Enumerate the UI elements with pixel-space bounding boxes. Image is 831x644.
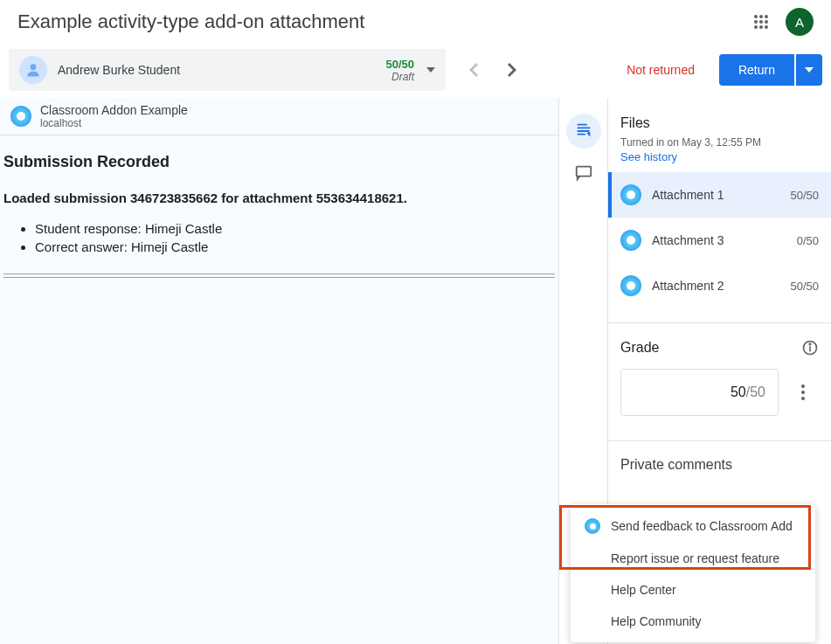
attachment-row[interactable]: Attachment 1 50/50 [608, 172, 831, 218]
svg-point-6 [754, 25, 758, 29]
tab-files[interactable] [566, 114, 601, 149]
addon-icon [585, 518, 600, 534]
attachment-list: Attachment 1 50/50 Attachment 3 0/50 Att… [608, 172, 831, 308]
divider [3, 277, 555, 278]
addon-title: Classroom Addon Example [40, 103, 188, 117]
svg-point-13 [809, 343, 811, 345]
tab-comments[interactable] [566, 156, 601, 190]
grade-title: Grade [620, 340, 659, 356]
student-selector[interactable]: Andrew Burke Student 50/50 Draft [9, 49, 446, 91]
svg-point-8 [765, 25, 768, 29]
svg-point-9 [31, 64, 37, 70]
attachment-row[interactable]: Attachment 2 50/50 [608, 263, 831, 308]
attachment-name: Attachment 3 [652, 233, 786, 247]
attachment-icon [620, 184, 641, 205]
popup-help-center[interactable]: Help Center [571, 574, 815, 606]
svg-point-16 [801, 397, 805, 400]
page-title: Example activity-type add-on attachment [17, 10, 364, 33]
svg-point-0 [754, 15, 758, 18]
attachment-score: 0/50 [797, 234, 819, 247]
svg-rect-10 [576, 167, 591, 177]
turned-in-text: Turned in on May 3, 12:55 PM [608, 136, 831, 149]
submission-heading: Submission Recorded [3, 153, 555, 171]
svg-point-14 [801, 384, 805, 388]
popup-help-community[interactable]: Help Community [571, 606, 815, 637]
submission-loaded-text: Loaded submission 346723835662 for attac… [3, 190, 555, 205]
svg-point-1 [759, 15, 763, 18]
popup-item-label: Help Community [611, 614, 701, 628]
divider [3, 274, 555, 274]
svg-point-5 [765, 20, 768, 24]
addon-icon [10, 106, 31, 127]
student-score: 50/50 [385, 58, 414, 71]
chevron-down-icon [426, 67, 435, 73]
popup-item-label: Help Center [611, 583, 676, 597]
attachment-icon [620, 230, 641, 251]
see-history-link[interactable]: See history [608, 149, 831, 172]
popup-send-feedback[interactable]: Send feedback to Classroom Add [571, 509, 815, 543]
student-avatar-icon [19, 56, 47, 84]
svg-point-15 [801, 391, 805, 394]
popup-item-label: Send feedback to Classroom Add [611, 519, 793, 533]
addon-host: localhost [40, 117, 188, 129]
attachment-name: Attachment 1 [652, 188, 779, 202]
apps-icon[interactable] [751, 11, 772, 32]
attachment-row[interactable]: Attachment 3 0/50 [608, 218, 831, 263]
files-title: Files [608, 115, 831, 136]
svg-point-4 [759, 20, 763, 24]
draft-label: Draft [385, 71, 414, 83]
next-student-button[interactable] [495, 52, 530, 87]
return-dropdown-button[interactable] [796, 54, 822, 86]
attachment-score: 50/50 [790, 280, 819, 293]
attachment-score: 50/50 [790, 189, 819, 202]
grade-menu-button[interactable] [787, 377, 819, 408]
avatar[interactable]: A [786, 8, 814, 36]
return-button[interactable]: Return [719, 54, 794, 86]
list-item: Correct answer: Himeji Castle [35, 239, 555, 254]
info-icon[interactable] [801, 339, 819, 357]
prev-student-button[interactable] [456, 52, 491, 87]
status-text: Not returned [627, 63, 695, 77]
svg-point-7 [759, 25, 763, 29]
attachment-icon [620, 275, 641, 296]
list-item: Student response: Himeji Castle [35, 221, 555, 236]
attachment-name: Attachment 2 [652, 279, 779, 293]
grade-value: 50 [731, 384, 746, 400]
grade-denominator: /50 [746, 384, 765, 400]
svg-point-2 [765, 15, 768, 18]
svg-point-3 [754, 20, 758, 24]
popup-item-label: Report issue or request feature [611, 551, 779, 565]
student-name: Andrew Burke Student [58, 63, 385, 77]
submission-details-list: Student response: Himeji Castle Correct … [35, 221, 555, 254]
help-popup: Send feedback to Classroom Add Report is… [571, 504, 815, 642]
grade-input[interactable]: 50/50 [620, 369, 779, 416]
private-comments-title: Private comments [608, 457, 831, 481]
popup-report-issue[interactable]: Report issue or request feature [571, 543, 815, 574]
